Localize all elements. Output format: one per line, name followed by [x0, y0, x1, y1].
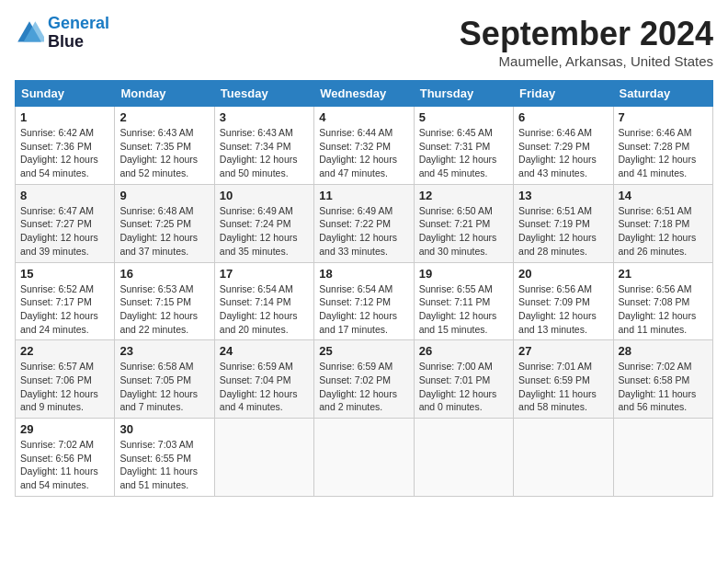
- day-number: 7: [619, 110, 708, 124]
- day-number: 27: [518, 344, 608, 358]
- day-number: 11: [319, 189, 408, 202]
- calendar-cell: 22 Sunrise: 6:57 AMSunset: 7:06 PMDaylig…: [16, 340, 115, 419]
- day-info: Sunrise: 6:59 AMSunset: 7:04 PMDaylight:…: [220, 360, 309, 414]
- calendar-cell: 15 Sunrise: 6:52 AMSunset: 7:17 PMDaylig…: [16, 262, 115, 340]
- day-number: 30: [119, 422, 209, 436]
- calendar-week-3: 15 Sunrise: 6:52 AMSunset: 7:17 PMDaylig…: [16, 262, 713, 340]
- weekday-thursday: Thursday: [414, 81, 513, 107]
- day-info: Sunrise: 6:52 AMSunset: 7:17 PMDaylight:…: [20, 282, 109, 337]
- day-info: Sunrise: 6:53 AMSunset: 7:15 PMDaylight:…: [119, 282, 209, 337]
- calendar-cell: 28 Sunrise: 7:02 AMSunset: 6:58 PMDaylig…: [613, 340, 712, 419]
- day-number: 3: [220, 110, 309, 124]
- day-number: 23: [119, 344, 209, 358]
- calendar-cell: 29 Sunrise: 7:02 AMSunset: 6:56 PMDaylig…: [16, 419, 115, 497]
- day-info: Sunrise: 6:56 AMSunset: 7:08 PMDaylight:…: [619, 282, 708, 337]
- day-number: 9: [119, 189, 209, 202]
- calendar-cell: 9 Sunrise: 6:48 AMSunset: 7:25 PMDayligh…: [115, 184, 214, 262]
- day-info: Sunrise: 7:03 AMSunset: 6:55 PMDaylight:…: [119, 438, 209, 492]
- calendar-week-4: 22 Sunrise: 6:57 AMSunset: 7:06 PMDaylig…: [16, 340, 713, 419]
- day-number: 17: [220, 267, 309, 281]
- day-number: 4: [319, 110, 408, 124]
- calendar-cell: [414, 419, 513, 497]
- page-header: General Blue September 2024 Maumelle, Ar…: [15, 15, 713, 69]
- calendar-body: 1 Sunrise: 6:42 AMSunset: 7:36 PMDayligh…: [16, 107, 713, 497]
- calendar-cell: 4 Sunrise: 6:44 AMSunset: 7:32 PMDayligh…: [314, 107, 414, 185]
- day-info: Sunrise: 6:44 AMSunset: 7:32 PMDaylight:…: [319, 126, 408, 180]
- day-number: 6: [518, 110, 608, 124]
- calendar-cell: 14 Sunrise: 6:51 AMSunset: 7:18 PMDaylig…: [613, 184, 712, 262]
- calendar-cell: 18 Sunrise: 6:54 AMSunset: 7:12 PMDaylig…: [314, 262, 414, 340]
- weekday-saturday: Saturday: [613, 81, 712, 107]
- logo-text: General Blue: [48, 15, 109, 52]
- day-info: Sunrise: 6:56 AMSunset: 7:09 PMDaylight:…: [518, 282, 608, 337]
- day-number: 29: [20, 422, 109, 436]
- logo: General Blue: [15, 15, 109, 52]
- calendar-cell: 13 Sunrise: 6:51 AMSunset: 7:19 PMDaylig…: [514, 184, 613, 262]
- calendar-cell: 1 Sunrise: 6:42 AMSunset: 7:36 PMDayligh…: [16, 107, 115, 185]
- day-info: Sunrise: 6:47 AMSunset: 7:27 PMDaylight:…: [20, 204, 109, 259]
- day-info: Sunrise: 6:46 AMSunset: 7:28 PMDaylight:…: [619, 126, 708, 180]
- calendar-cell: [514, 419, 613, 497]
- day-number: 21: [619, 267, 708, 281]
- day-number: 12: [419, 189, 508, 202]
- day-info: Sunrise: 6:51 AMSunset: 7:19 PMDaylight:…: [518, 204, 608, 259]
- day-info: Sunrise: 6:45 AMSunset: 7:31 PMDaylight:…: [419, 126, 508, 180]
- day-number: 1: [20, 110, 109, 124]
- day-info: Sunrise: 7:00 AMSunset: 7:01 PMDaylight:…: [419, 360, 508, 414]
- day-number: 8: [20, 189, 109, 202]
- day-info: Sunrise: 6:50 AMSunset: 7:21 PMDaylight:…: [419, 204, 508, 259]
- day-number: 26: [419, 344, 508, 358]
- calendar-cell: 19 Sunrise: 6:55 AMSunset: 7:11 PMDaylig…: [414, 262, 513, 340]
- day-info: Sunrise: 6:46 AMSunset: 7:29 PMDaylight:…: [518, 126, 608, 180]
- calendar-week-5: 29 Sunrise: 7:02 AMSunset: 6:56 PMDaylig…: [16, 419, 713, 497]
- weekday-tuesday: Tuesday: [214, 81, 313, 107]
- calendar-table: SundayMondayTuesdayWednesdayThursdayFrid…: [15, 80, 713, 497]
- calendar-cell: 23 Sunrise: 6:58 AMSunset: 7:05 PMDaylig…: [115, 340, 214, 419]
- day-info: Sunrise: 6:57 AMSunset: 7:06 PMDaylight:…: [20, 360, 109, 414]
- month-title: September 2024: [460, 15, 713, 53]
- day-info: Sunrise: 6:58 AMSunset: 7:05 PMDaylight:…: [119, 360, 209, 414]
- day-info: Sunrise: 6:49 AMSunset: 7:22 PMDaylight:…: [319, 204, 408, 259]
- calendar-cell: 27 Sunrise: 7:01 AMSunset: 6:59 PMDaylig…: [514, 340, 613, 419]
- calendar-cell: 26 Sunrise: 7:00 AMSunset: 7:01 PMDaylig…: [414, 340, 513, 419]
- day-info: Sunrise: 7:01 AMSunset: 6:59 PMDaylight:…: [518, 360, 608, 414]
- calendar-cell: 2 Sunrise: 6:43 AMSunset: 7:35 PMDayligh…: [115, 107, 214, 185]
- day-info: Sunrise: 7:02 AMSunset: 6:56 PMDaylight:…: [20, 438, 109, 492]
- calendar-cell: 10 Sunrise: 6:49 AMSunset: 7:24 PMDaylig…: [214, 184, 313, 262]
- day-number: 19: [419, 267, 508, 281]
- day-number: 18: [319, 267, 408, 281]
- day-info: Sunrise: 7:02 AMSunset: 6:58 PMDaylight:…: [619, 360, 708, 414]
- weekday-monday: Monday: [115, 81, 214, 107]
- calendar-cell: 6 Sunrise: 6:46 AMSunset: 7:29 PMDayligh…: [514, 107, 613, 185]
- day-number: 16: [119, 267, 209, 281]
- day-number: 25: [319, 344, 408, 358]
- day-number: 22: [20, 344, 109, 358]
- day-number: 28: [619, 344, 708, 358]
- calendar-cell: 20 Sunrise: 6:56 AMSunset: 7:09 PMDaylig…: [514, 262, 613, 340]
- calendar-week-2: 8 Sunrise: 6:47 AMSunset: 7:27 PMDayligh…: [16, 184, 713, 262]
- weekday-header-row: SundayMondayTuesdayWednesdayThursdayFrid…: [16, 81, 713, 107]
- day-number: 15: [20, 267, 109, 281]
- day-number: 10: [220, 189, 309, 202]
- calendar-cell: [314, 419, 414, 497]
- day-number: 2: [119, 110, 209, 124]
- calendar-week-1: 1 Sunrise: 6:42 AMSunset: 7:36 PMDayligh…: [16, 107, 713, 185]
- weekday-wednesday: Wednesday: [314, 81, 414, 107]
- day-info: Sunrise: 6:51 AMSunset: 7:18 PMDaylight:…: [619, 204, 708, 259]
- calendar-cell: 17 Sunrise: 6:54 AMSunset: 7:14 PMDaylig…: [214, 262, 313, 340]
- weekday-sunday: Sunday: [16, 81, 115, 107]
- title-block: September 2024 Maumelle, Arkansas, Unite…: [460, 15, 713, 69]
- calendar-cell: [613, 419, 712, 497]
- day-info: Sunrise: 6:55 AMSunset: 7:11 PMDaylight:…: [419, 282, 508, 337]
- day-info: Sunrise: 6:43 AMSunset: 7:34 PMDaylight:…: [220, 126, 309, 180]
- day-number: 20: [518, 267, 608, 281]
- logo-icon: [15, 18, 44, 48]
- calendar-cell: 3 Sunrise: 6:43 AMSunset: 7:34 PMDayligh…: [214, 107, 313, 185]
- calendar-cell: 11 Sunrise: 6:49 AMSunset: 7:22 PMDaylig…: [314, 184, 414, 262]
- calendar-cell: 5 Sunrise: 6:45 AMSunset: 7:31 PMDayligh…: [414, 107, 513, 185]
- day-number: 14: [619, 189, 708, 202]
- weekday-friday: Friday: [514, 81, 613, 107]
- day-info: Sunrise: 6:54 AMSunset: 7:12 PMDaylight:…: [319, 282, 408, 337]
- day-info: Sunrise: 6:48 AMSunset: 7:25 PMDaylight:…: [119, 204, 209, 259]
- day-number: 24: [220, 344, 309, 358]
